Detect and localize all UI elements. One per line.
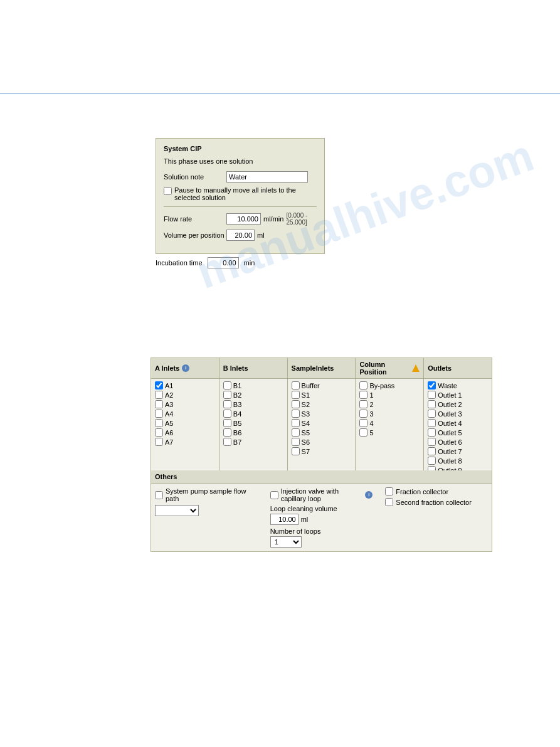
list-item: B2 <box>223 391 283 399</box>
fraction-collector-checkbox[interactable] <box>385 487 393 495</box>
list-item: Outlet 2 <box>428 400 488 408</box>
outlet-2-checkbox[interactable] <box>428 400 436 408</box>
ainlets-a5-checkbox[interactable] <box>155 419 163 427</box>
list-item: By-pass <box>359 381 420 389</box>
volume-per-position-unit: ml <box>257 231 265 239</box>
binlets-header-label: B Inlets <box>223 364 248 372</box>
list-item: Outlet 1 <box>428 391 488 399</box>
others-panel: Others System pump sample flow path <box>151 470 492 552</box>
colpos-5-checkbox[interactable] <box>359 428 367 437</box>
list-item: S3 <box>292 410 352 418</box>
sample-s1-checkbox[interactable] <box>292 391 300 399</box>
binlets-b1-label: B1 <box>233 382 241 389</box>
flow-rate-input[interactable] <box>226 213 261 225</box>
loop-cleaning-section: Loop cleaning volume ml Number of loops … <box>270 505 373 548</box>
list-item: 2 <box>359 400 420 408</box>
colpos-2-checkbox[interactable] <box>359 400 367 408</box>
ainlets-info-icon: i <box>182 364 189 372</box>
outlet-6-checkbox[interactable] <box>428 438 436 446</box>
flow-rate-unit: ml/min <box>263 215 283 223</box>
ainlets-a4-checkbox[interactable] <box>155 410 163 418</box>
binlets-b6-checkbox[interactable] <box>223 428 231 437</box>
sample-s3-checkbox[interactable] <box>292 410 300 418</box>
outlet-7-checkbox[interactable] <box>428 447 436 455</box>
list-item: S2 <box>292 400 352 408</box>
injection-info-icon: i <box>365 491 372 499</box>
list-item: Outlet 3 <box>428 410 488 418</box>
binlets-b7-checkbox[interactable] <box>223 438 231 446</box>
colpos-4-checkbox[interactable] <box>359 419 367 427</box>
top-divider <box>0 93 560 93</box>
ainlets-a2-checkbox[interactable] <box>155 391 163 399</box>
binlets-b3-checkbox[interactable] <box>223 400 231 408</box>
ainlets-a6-checkbox[interactable] <box>155 428 163 437</box>
incubation-time-row: Incubation time min <box>156 257 255 268</box>
colpos-3-label: 3 <box>369 410 373 418</box>
ainlets-a7-checkbox[interactable] <box>155 438 163 446</box>
pause-checkbox[interactable] <box>164 187 172 195</box>
sample-s5-checkbox[interactable] <box>292 428 300 437</box>
binlets-b5-checkbox[interactable] <box>223 419 231 427</box>
binlets-b6-label: B6 <box>233 429 241 437</box>
outlet-4-label: Outlet 4 <box>438 420 462 427</box>
others-body: System pump sample flow path Injection v… <box>151 484 492 551</box>
outlet-1-checkbox[interactable] <box>428 391 436 399</box>
outlet-5-checkbox[interactable] <box>428 428 436 437</box>
colpos-1-checkbox[interactable] <box>359 391 367 399</box>
injection-valve-checkbox[interactable] <box>270 491 278 499</box>
second-fraction-collector-checkbox[interactable] <box>385 498 393 506</box>
others-col-1: System pump sample flow path <box>155 487 258 548</box>
incubation-time-input[interactable] <box>208 257 239 268</box>
binlets-b1-checkbox[interactable] <box>223 381 231 389</box>
binlets-b7-label: B7 <box>233 438 241 446</box>
others-title: Others <box>151 470 492 484</box>
ainlets-a6-label: A6 <box>165 429 173 437</box>
sample-buffer-checkbox[interactable] <box>292 381 300 389</box>
list-item: Waste <box>428 381 488 389</box>
sys-pump-dropdown[interactable] <box>155 505 199 516</box>
ainlets-a3-checkbox[interactable] <box>155 400 163 408</box>
outlet-waste-checkbox[interactable] <box>428 381 436 389</box>
list-item: A6 <box>155 428 215 437</box>
outlet-4-checkbox[interactable] <box>428 419 436 427</box>
list-item: 1 <box>359 391 420 399</box>
sample-s4-label: S4 <box>302 420 310 427</box>
list-item: A7 <box>155 438 215 446</box>
binlets-col-header: B Inlets <box>219 358 288 378</box>
ainlets-a1-checkbox[interactable] <box>155 381 163 389</box>
binlets-b2-checkbox[interactable] <box>223 391 231 399</box>
binlets-b4-checkbox[interactable] <box>223 410 231 418</box>
sample-s7-checkbox[interactable] <box>292 447 300 455</box>
loop-cleaning-unit: ml <box>301 516 309 523</box>
sample-s2-checkbox[interactable] <box>292 400 300 408</box>
system-cip-title: System CIP <box>164 145 317 152</box>
list-item: Outlet 7 <box>428 447 488 455</box>
solution-note-input[interactable] <box>226 171 308 183</box>
outlet-5-label: Outlet 5 <box>438 429 462 437</box>
volume-per-position-input[interactable] <box>226 230 255 241</box>
colpos-3-checkbox[interactable] <box>359 410 367 418</box>
others-col-2: Injection valve with capillary loop i Lo… <box>270 487 373 548</box>
sample-s6-checkbox[interactable] <box>292 438 300 446</box>
columnposition-header-label: Column Position <box>359 361 409 376</box>
sample-s2-label: S2 <box>302 401 310 408</box>
binlets-b4-label: B4 <box>233 410 241 418</box>
sample-buffer-label: Buffer <box>302 382 320 389</box>
list-item: B7 <box>223 438 283 446</box>
outlet-3-checkbox[interactable] <box>428 410 436 418</box>
colpos-bypass-checkbox[interactable] <box>359 381 367 389</box>
system-cip-subtitle: This phase uses one solution <box>164 157 317 165</box>
list-item: 4 <box>359 419 420 427</box>
sys-pump-checkbox[interactable] <box>155 491 163 499</box>
number-of-loops-dropdown[interactable]: 1 2 3 <box>270 536 302 548</box>
others-col-3: Fraction collector Second fraction colle… <box>385 487 488 548</box>
columnposition-col-header: Column Position <box>356 358 424 378</box>
loop-cleaning-input[interactable] <box>270 514 298 525</box>
binlets-b2-label: B2 <box>233 391 241 399</box>
page-container: manualhive.com System CIP This phase use… <box>0 0 560 747</box>
sample-s5-label: S5 <box>302 429 310 437</box>
fraction-collector-row: Fraction collector <box>385 487 488 495</box>
list-item: Buffer <box>292 381 352 389</box>
outlet-8-checkbox[interactable] <box>428 457 436 465</box>
sample-s4-checkbox[interactable] <box>292 419 300 427</box>
